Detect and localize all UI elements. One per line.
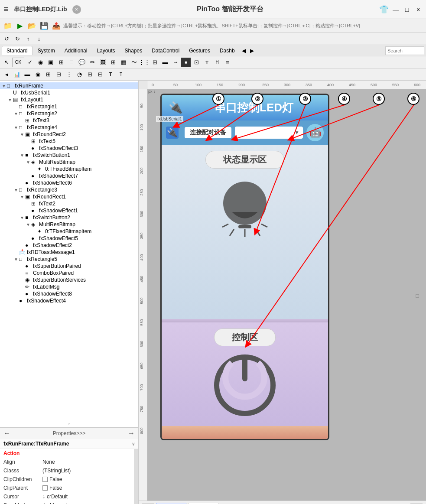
tab-design[interactable]: 设计 <box>156 503 186 504</box>
bar-icon[interactable]: ▦ <box>119 58 128 67</box>
tb2-align1[interactable]: ⊞ <box>85 70 94 79</box>
tree-item[interactable]: ▼▣fxRoundRect1 <box>0 193 138 200</box>
tab-close-btn[interactable]: × <box>72 5 81 14</box>
tree-item[interactable]: ▼□fxRectangle2 <box>0 110 138 117</box>
redo-btn[interactable]: ↻ <box>13 34 22 44</box>
check-icon[interactable]: ✓ <box>25 58 35 67</box>
tab-datacontrol[interactable]: DataControl <box>147 46 184 55</box>
tab-scroll-left[interactable]: ◀ <box>240 48 247 54</box>
tab-dashb[interactable]: Dashb <box>215 46 239 55</box>
clipchildren-checkbox[interactable] <box>42 477 48 482</box>
tree-item[interactable]: ●fxShadowEffect8 <box>0 290 138 297</box>
nav-prev-btn[interactable]: ← <box>3 429 10 437</box>
clipparent-checkbox[interactable] <box>42 485 48 491</box>
tree-item[interactable]: ●fxShadowEffect1 <box>0 207 138 214</box>
tree-item[interactable]: ◉fxSuperButtonServices <box>0 276 138 283</box>
tb2-slider[interactable]: ⊟ <box>54 70 63 79</box>
wave-icon[interactable]: 〜 <box>129 58 139 67</box>
dark-btn[interactable]: ■ <box>181 58 191 67</box>
tree-item[interactable]: ●fxShadowEffect5 <box>0 235 138 242</box>
tab-standard[interactable]: Standard <box>2 46 33 55</box>
table-icon[interactable]: ⊞ <box>108 58 118 67</box>
tree-item[interactable]: ⊞fxText2 <box>0 200 138 207</box>
tree-item[interactable]: ▼◈MultiResBitmap <box>0 159 138 166</box>
tb2-t1[interactable]: T <box>106 70 115 79</box>
toolbar-btn-play[interactable]: ▶ <box>15 21 25 31</box>
tab-script[interactable]: 脚本 <box>188 503 218 504</box>
arrow-icon[interactable]: → <box>171 58 180 67</box>
tree-item[interactable]: ✏fxLabelMsg <box>0 283 138 290</box>
tab-layouts[interactable]: Layouts <box>92 46 119 55</box>
tb2-align2[interactable]: ⊟ <box>95 70 105 79</box>
tree-item[interactable]: ▼□fxRectangle3 <box>0 186 138 193</box>
tree-item[interactable]: ●fxShadowEffect4 <box>0 297 138 304</box>
tree-item[interactable]: ⊞fxText5 <box>0 138 138 145</box>
tb2-gauge[interactable]: ◔ <box>75 70 84 79</box>
minimize-btn[interactable]: — <box>391 5 400 14</box>
tree-item[interactable]: ⊞fxText3 <box>0 117 138 124</box>
props-chevron[interactable]: ∨ <box>132 442 135 446</box>
circle-icon[interactable]: ◉ <box>36 58 45 67</box>
progress-icon[interactable]: ▬ <box>160 58 170 67</box>
bubble-icon[interactable]: 💬 <box>77 58 87 67</box>
grid-icon[interactable]: ⊞ <box>150 58 159 67</box>
frame-icon[interactable]: ⊡ <box>192 58 201 67</box>
tree-item[interactable]: ▼■fxSwitchButton2 <box>0 214 138 221</box>
tb2-knob[interactable]: ◉ <box>33 70 42 79</box>
props-scrollbar[interactable] <box>134 449 138 504</box>
close-btn[interactable]: × <box>414 5 423 14</box>
tree-item[interactable]: UfxUsbSerial1 <box>0 89 138 96</box>
nav-next-btn[interactable]: → <box>128 429 135 437</box>
tree-item[interactable]: ✦0:TFixedBitmapItem <box>0 228 138 235</box>
tab-shapes[interactable]: Shapes <box>120 46 146 55</box>
tree-item[interactable]: ▼□fxRunFrame <box>0 82 138 89</box>
tab-scroll-right[interactable]: ▶ <box>248 48 256 54</box>
tree-item[interactable]: ▼▣fxRoundRect2 <box>0 131 138 138</box>
tree-item[interactable]: ≡ComboBoxPaired <box>0 270 138 276</box>
undo-btn[interactable]: ↺ <box>2 34 11 44</box>
cursor-tool[interactable]: ↖ <box>2 58 11 67</box>
multi-rect-icon[interactable]: ⊞ <box>56 58 66 67</box>
device-dropdown[interactable]: ▼ <box>235 127 303 139</box>
tree-item[interactable]: ●fxShadowEffect7 <box>0 172 138 179</box>
tb2-bar[interactable]: ▬ <box>23 70 32 79</box>
toolbar-btn-1[interactable]: 📁 <box>3 21 13 31</box>
tb2-multi[interactable]: ⊞ <box>43 70 53 79</box>
tree-item[interactable]: ▼□fxRectangle5 <box>0 256 138 263</box>
tab-gestures[interactable]: Gestures <box>185 46 215 55</box>
tree-item[interactable]: ✦0:TFixedBitmapItem <box>0 166 138 172</box>
tree-item[interactable]: □fxRectangle1 <box>0 103 138 110</box>
tree-item[interactable]: 📩fxRDToastMessage1 <box>0 249 138 256</box>
search-box[interactable] <box>385 46 424 55</box>
tree-item[interactable]: ▼◈MultiResBitmap <box>0 221 138 228</box>
toolbar-btn-open[interactable]: 📂 <box>27 21 37 31</box>
tree-item[interactable]: ●fxShadowEffect6 <box>0 179 138 186</box>
tree-item[interactable]: ●fxSuperButtonPaired <box>0 263 138 270</box>
tab-system[interactable]: System <box>33 46 59 55</box>
handle-icon[interactable]: ⌗ <box>202 58 211 67</box>
ok-btn[interactable]: OK <box>12 58 24 67</box>
rect-icon[interactable]: ▣ <box>46 58 55 67</box>
toolbar-btn-export[interactable]: 📤 <box>51 21 62 31</box>
tree-item[interactable]: ▼□fxRectangle4 <box>0 124 138 131</box>
tree-item[interactable]: ●fxShadowEffect2 <box>0 242 138 249</box>
tree-item[interactable]: ●fxShadowEffect3 <box>0 145 138 152</box>
search-input[interactable] <box>387 48 422 53</box>
img-icon[interactable]: 🖼 <box>98 58 107 67</box>
tb2-t2[interactable]: T <box>116 70 126 79</box>
align-icon[interactable]: ≡ <box>223 58 232 67</box>
toolbar-btn-save[interactable]: 💾 <box>39 21 49 31</box>
tb2-chart[interactable]: 📊 <box>12 70 22 79</box>
maximize-btn[interactable]: □ <box>403 5 411 14</box>
dots-icon[interactable]: ⋮⋮ <box>140 58 149 67</box>
down-btn[interactable]: ↓ <box>34 34 44 44</box>
tb2-dots[interactable]: ⋮ <box>64 70 74 79</box>
tree-item[interactable]: ▼■fxSwitchButton1 <box>0 152 138 159</box>
brush-icon[interactable]: ✏ <box>88 58 97 67</box>
tree-item[interactable]: ▼▤fxLayout1 <box>0 96 138 103</box>
h-icon[interactable]: H <box>212 58 222 67</box>
tb2-1[interactable]: ◂ <box>2 70 11 79</box>
connect-label[interactable]: 连接配对设备 <box>185 127 231 138</box>
tab-additional[interactable]: Additional <box>60 46 92 55</box>
up-btn[interactable]: ↑ <box>23 34 33 44</box>
